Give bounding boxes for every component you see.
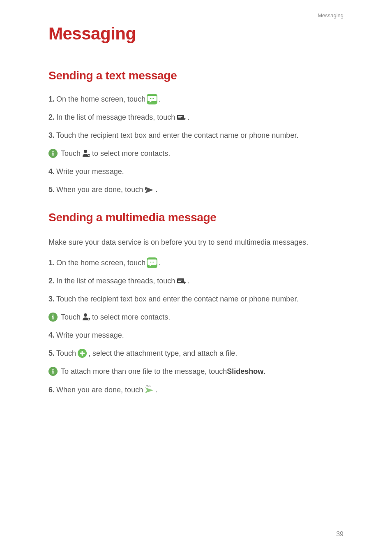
step-number: 6. [48,385,55,395]
step-number: 4. [48,330,55,341]
step-number: 4. [48,166,55,177]
step-2: 2. In the list of message threads, touch… [48,112,344,123]
step-number: 5. [48,348,55,359]
step-text: Touch [56,348,76,359]
step-text-post: . [155,184,157,195]
step-text: Touch the recipient text box and enter t… [56,294,298,304]
step-text-post: . [159,257,161,268]
step-text: In the list of message threads, touch [56,112,175,123]
add-contact-icon [82,313,91,322]
step-number: 2. [48,112,55,123]
step-text: Touch the recipient text box and enter t… [56,130,298,141]
tip-select-contacts: Touch to select more contacts. [48,148,344,159]
section-title-text-message: Sending a text message [48,69,344,82]
step-3: 3. Touch the recipient text box and ente… [48,130,344,141]
send-icon [144,186,154,194]
tip-text-post: to select more contacts. [92,148,170,159]
step-number: 3. [48,294,55,304]
step-number: 1. [48,257,55,268]
info-icon [48,313,58,322]
messaging-app-icon [147,94,157,104]
step-text-post: . [187,112,189,123]
compose-icon [176,113,186,121]
step-text: Write your message. [56,330,124,341]
step-1: 1. On the home screen, touch . [48,94,344,104]
plus-icon [77,348,87,358]
slideshow-label: Slideshow [227,366,263,377]
mm-step-1: 1. On the home screen, touch . [48,257,344,268]
send-mms-icon [144,385,154,395]
step-text-post: , select the attachment type, and attach… [88,348,237,359]
mm-step-5: 5. Touch , select the attachment type, a… [48,348,344,359]
breadcrumb: Messaging [318,12,344,19]
step-number: 2. [48,276,55,286]
step-text-post: . [187,276,189,286]
mm-step-4: 4. Write your message. [48,330,344,341]
compose-icon [176,277,186,285]
mm-step-3: 3. Touch the recipient text box and ente… [48,294,344,304]
mm-step-6: 6. When you are done, touch . [48,385,344,395]
tip-text-post: to select more contacts. [92,312,170,322]
step-text: On the home screen, touch [56,94,145,104]
step-text: In the list of message threads, touch [56,276,175,286]
info-icon [48,367,58,376]
info-icon [48,149,58,158]
page-number: 39 [336,531,344,538]
section-title-multimedia: Sending a multimedia message [48,211,344,224]
mm-tip-slideshow: To attach more than one file to the mess… [48,366,344,377]
step-number: 3. [48,130,55,141]
tip-text-pre: Touch [61,312,81,322]
add-contact-icon [82,149,91,158]
tip-text-post: . [263,366,265,377]
step-number: 1. [48,94,55,104]
chapter-title: Messaging [48,24,344,44]
step-number: 5. [48,184,55,195]
step-text: Write your message. [56,166,124,177]
tip-text-pre: Touch [61,148,81,159]
step-text-post: . [155,385,157,395]
tip-text-pre: To attach more than one file to the mess… [61,366,227,377]
intro-paragraph: Make sure your data service is on before… [48,236,344,249]
mm-tip-select-contacts: Touch to select more contacts. [48,312,344,322]
step-4: 4. Write your message. [48,166,344,177]
step-5: 5. When you are done, touch . [48,184,344,195]
step-text: When you are done, touch [56,385,143,395]
step-text: When you are done, touch [56,184,143,195]
mm-step-2: 2. In the list of message threads, touch… [48,276,344,286]
messaging-app-icon [147,257,157,268]
step-text-post: . [159,94,161,104]
step-text: On the home screen, touch [56,257,145,268]
